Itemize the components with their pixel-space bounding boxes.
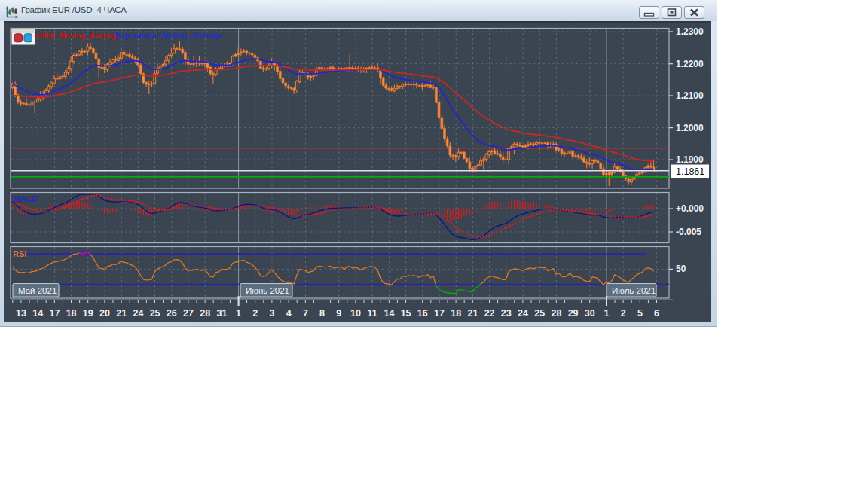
svg-text:29: 29 [568, 308, 579, 319]
svg-text:9: 9 [336, 308, 341, 319]
svg-text:1.1861: 1.1861 [676, 166, 704, 177]
svg-text:4: 4 [286, 308, 292, 319]
svg-text:23: 23 [501, 308, 512, 319]
svg-text:18: 18 [451, 308, 461, 319]
svg-text:-0.005: -0.005 [676, 227, 701, 237]
svg-text:Май 2021: Май 2021 [18, 286, 57, 295]
svg-text:28: 28 [200, 308, 210, 319]
svg-text:15: 15 [401, 308, 411, 319]
svg-text:14: 14 [32, 308, 43, 319]
svg-text:1.2200: 1.2200 [676, 59, 704, 69]
svg-text:10: 10 [350, 308, 361, 319]
svg-text:24: 24 [518, 308, 528, 319]
svg-text:17: 17 [434, 308, 445, 319]
svg-text:24: 24 [133, 308, 143, 319]
svg-text:13: 13 [16, 308, 26, 319]
svg-text:2: 2 [621, 308, 626, 319]
svg-text:22: 22 [484, 308, 495, 319]
svg-text:28: 28 [551, 308, 561, 319]
svg-text:5: 5 [637, 308, 643, 319]
svg-text:26: 26 [167, 308, 177, 319]
svg-text:21: 21 [116, 308, 127, 319]
svg-text:+0.000: +0.000 [676, 203, 704, 214]
svg-text:25: 25 [150, 308, 160, 319]
svg-text:Exponential_Moving_Average: Exponential_Moving_Average [115, 32, 222, 40]
svg-text:1: 1 [604, 308, 610, 319]
svg-text:21: 21 [467, 308, 478, 319]
svg-text:1: 1 [236, 308, 241, 319]
svg-text:7: 7 [303, 308, 308, 319]
svg-text:RSI: RSI [13, 249, 26, 258]
svg-text:31: 31 [216, 308, 227, 319]
svg-text:30: 30 [585, 308, 595, 319]
svg-text:14: 14 [384, 308, 394, 319]
svg-text:8: 8 [319, 308, 325, 319]
svg-text:1.2000: 1.2000 [676, 123, 704, 133]
svg-text:25: 25 [534, 308, 545, 319]
svg-text:2: 2 [252, 308, 258, 319]
svg-text:Июнь 2021: Июнь 2021 [246, 286, 289, 295]
svg-text:1.2100: 1.2100 [676, 90, 704, 101]
svg-text:20: 20 [99, 308, 110, 319]
svg-text:1.2300: 1.2300 [676, 26, 704, 37]
svg-text:3: 3 [270, 308, 275, 319]
svg-text:16: 16 [417, 308, 428, 319]
svg-text:50: 50 [676, 264, 686, 274]
svg-text:6: 6 [654, 308, 659, 319]
svg-text:18: 18 [66, 308, 77, 319]
svg-text:27: 27 [183, 308, 194, 319]
svg-text:11: 11 [368, 308, 377, 319]
svg-text:Июль 2021: Июль 2021 [612, 286, 656, 295]
svg-text:MACD: MACD [13, 194, 38, 203]
svg-text:19: 19 [83, 308, 93, 319]
svg-text:1.1900: 1.1900 [676, 154, 704, 165]
svg-text:17: 17 [49, 308, 60, 319]
